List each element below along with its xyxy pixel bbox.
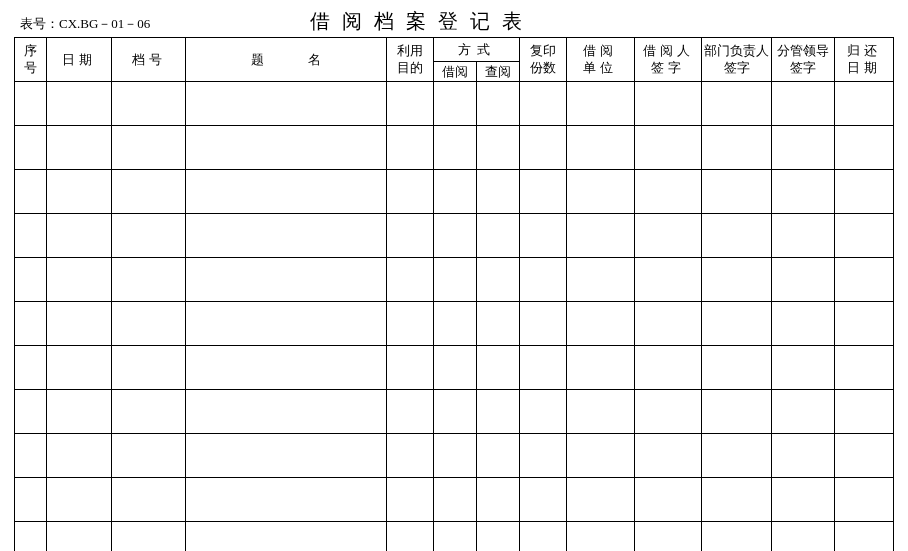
cell: [567, 390, 635, 434]
cell: [634, 170, 702, 214]
cell: [519, 390, 566, 434]
cell: [477, 478, 520, 522]
cell: [702, 258, 772, 302]
table-row: [15, 214, 894, 258]
cell: [702, 346, 772, 390]
col-doc-no: 档号: [111, 38, 185, 82]
cell: [567, 258, 635, 302]
col-unit: 借阅单位: [567, 38, 635, 82]
cell: [772, 390, 835, 434]
cell: [111, 346, 185, 390]
cell: [772, 126, 835, 170]
cell: [519, 302, 566, 346]
cell: [519, 214, 566, 258]
cell: [111, 522, 185, 552]
table-row: [15, 390, 894, 434]
cell: [15, 126, 47, 170]
table-body: [15, 82, 894, 552]
cell: [46, 258, 111, 302]
table-row: [15, 170, 894, 214]
cell: [835, 478, 894, 522]
cell: [702, 478, 772, 522]
col-title: 题名: [186, 38, 387, 82]
form-number: 表号：CX.BG－01－06: [14, 15, 150, 35]
cell: [477, 126, 520, 170]
cell: [186, 170, 387, 214]
cell: [634, 346, 702, 390]
cell: [434, 390, 477, 434]
cell: [634, 82, 702, 126]
cell: [46, 522, 111, 552]
cell: [111, 170, 185, 214]
cell: [434, 126, 477, 170]
cell: [835, 302, 894, 346]
cell: [46, 82, 111, 126]
cell: [567, 126, 635, 170]
cell: [772, 478, 835, 522]
cell: [111, 434, 185, 478]
cell: [634, 522, 702, 552]
cell: [15, 478, 47, 522]
cell: [634, 434, 702, 478]
col-seq: 序号: [15, 38, 47, 82]
col-borrower-sign: 借阅人签字: [634, 38, 702, 82]
cell: [186, 82, 387, 126]
cell: [386, 258, 433, 302]
col-date: 日期: [46, 38, 111, 82]
cell: [519, 434, 566, 478]
cell: [111, 302, 185, 346]
cell: [186, 214, 387, 258]
cell: [434, 346, 477, 390]
cell: [835, 82, 894, 126]
cell: [111, 82, 185, 126]
cell: [15, 302, 47, 346]
cell: [702, 390, 772, 434]
cell: [772, 214, 835, 258]
cell: [477, 390, 520, 434]
cell: [634, 302, 702, 346]
cell: [634, 478, 702, 522]
cell: [46, 390, 111, 434]
cell: [519, 126, 566, 170]
cell: [386, 170, 433, 214]
cell: [477, 258, 520, 302]
cell: [186, 302, 387, 346]
col-dept-sign: 部门负责人签字: [702, 38, 772, 82]
cell: [434, 478, 477, 522]
cell: [386, 522, 433, 552]
cell: [15, 434, 47, 478]
cell: [46, 214, 111, 258]
col-method: 方式: [434, 38, 520, 62]
cell: [477, 434, 520, 478]
cell: [46, 478, 111, 522]
cell: [386, 82, 433, 126]
cell: [434, 258, 477, 302]
cell: [434, 214, 477, 258]
table-row: [15, 82, 894, 126]
col-copies: 复印份数: [519, 38, 566, 82]
cell: [634, 214, 702, 258]
cell: [15, 214, 47, 258]
cell: [477, 522, 520, 552]
cell: [434, 302, 477, 346]
cell: [46, 170, 111, 214]
cell: [186, 522, 387, 552]
table-row: [15, 126, 894, 170]
cell: [46, 346, 111, 390]
cell: [835, 170, 894, 214]
cell: [702, 170, 772, 214]
col-method-read: 查阅: [477, 62, 520, 82]
col-method-borrow: 借阅: [434, 62, 477, 82]
cell: [567, 346, 635, 390]
cell: [386, 346, 433, 390]
cell: [772, 302, 835, 346]
cell: [434, 434, 477, 478]
table-header: 序号 日期 档号 题名 利用目的 方式 复印份数 借阅单位 借阅人签字 部门负责…: [15, 38, 894, 82]
table-row: [15, 258, 894, 302]
cell: [702, 522, 772, 552]
cell: [702, 214, 772, 258]
cell: [386, 478, 433, 522]
cell: [46, 434, 111, 478]
cell: [46, 302, 111, 346]
cell: [772, 346, 835, 390]
